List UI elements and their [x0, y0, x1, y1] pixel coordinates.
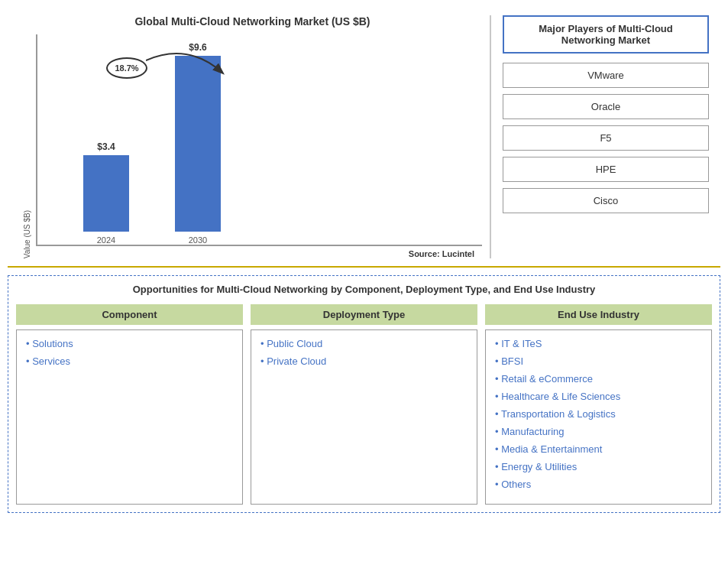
cagr-circle: 18.7%: [106, 57, 147, 79]
list-item: Manufacturing: [495, 426, 702, 437]
player-f5: F5: [503, 125, 709, 151]
list-item: Public Cloud: [260, 338, 468, 349]
columns-row: Component Solutions Services Deployment …: [16, 304, 712, 505]
list-item: Energy & Utilities: [495, 461, 702, 472]
column-header-deployment: Deployment Type: [251, 304, 477, 325]
list-item: Retail & eCommerce: [495, 373, 702, 385]
component-list: Solutions Services: [26, 338, 233, 367]
cagr-annotation: 18.7%: [106, 57, 147, 79]
end-use-list: IT & ITeS BFSI Retail & eCommerce Health…: [495, 338, 702, 490]
list-item: Media & Entertainment: [495, 443, 702, 455]
list-item: Private Cloud: [260, 355, 468, 367]
bottom-title: Opportunities for Multi-Cloud Networking…: [16, 284, 712, 295]
bar-label-2024: 2024: [97, 235, 115, 245]
y-axis-label: Value (US $B): [23, 210, 31, 258]
bars-area: 18.7%: [36, 34, 482, 246]
list-item: Others: [495, 479, 702, 490]
bar-label-2030: 2030: [189, 235, 207, 245]
column-component: Component Solutions Services: [16, 304, 243, 505]
list-item: Services: [26, 355, 233, 367]
column-header-end-use: End Use Industry: [485, 304, 712, 325]
list-item: Solutions: [26, 338, 233, 349]
column-header-component: Component: [16, 304, 243, 325]
chart-title: Global Multi-Cloud Networking Market (US…: [23, 15, 482, 28]
bar-value-2024: $3.4: [97, 141, 115, 152]
chart-inner: 18.7%: [36, 34, 482, 258]
chart-container: Value (US $B) 18.7%: [23, 34, 482, 258]
deployment-list: Public Cloud Private Cloud: [260, 338, 468, 367]
players-title: Major Players of Multi-CloudNetworking M…: [503, 15, 709, 54]
player-vmware: VMware: [503, 63, 709, 88]
top-section: Global Multi-Cloud Networking Market (US…: [8, 8, 720, 268]
cagr-arrow-svg: [146, 50, 230, 96]
list-item: IT & ITeS: [495, 338, 702, 349]
bar-2024: [83, 155, 129, 232]
player-cisco: Cisco: [503, 188, 709, 213]
bar-group-2024: $3.4 2024: [83, 141, 129, 245]
column-content-end-use: IT & ITeS BFSI Retail & eCommerce Health…: [485, 329, 712, 505]
list-item: Transportation & Logistics: [495, 408, 702, 420]
chart-area: Global Multi-Cloud Networking Market (US…: [8, 8, 490, 266]
column-content-component: Solutions Services: [16, 329, 243, 505]
player-hpe: HPE: [503, 157, 709, 182]
column-deployment: Deployment Type Public Cloud Private Clo…: [251, 304, 477, 505]
column-content-deployment: Public Cloud Private Cloud: [251, 329, 477, 505]
column-end-use: End Use Industry IT & ITeS BFSI Retail &…: [485, 304, 712, 505]
page: Global Multi-Cloud Networking Market (US…: [0, 0, 728, 568]
bottom-section: Opportunities for Multi-Cloud Networking…: [8, 275, 720, 513]
list-item: Healthcare & Life Sciences: [495, 391, 702, 402]
players-area: Major Players of Multi-CloudNetworking M…: [491, 8, 720, 266]
player-oracle: Oracle: [503, 94, 709, 119]
source-text: Source: Lucintel: [36, 249, 482, 258]
list-item: BFSI: [495, 355, 702, 367]
